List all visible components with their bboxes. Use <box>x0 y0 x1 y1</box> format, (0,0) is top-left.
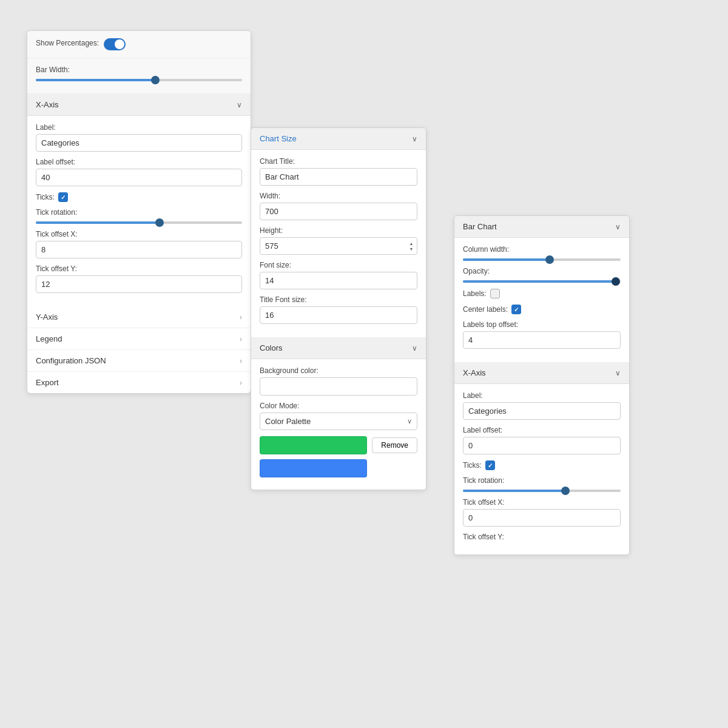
x-axis-chevron: ∨ <box>237 101 242 109</box>
show-percentages-toggle[interactable] <box>104 38 126 50</box>
export-chevron-right: › <box>240 379 242 387</box>
center-labels-group: Center labels: <box>463 305 621 314</box>
right-x-axis-label-offset-input[interactable] <box>463 437 621 454</box>
y-axis-nav-item[interactable]: Y-Axis › <box>27 306 251 328</box>
colors-content: Background color: Color Mode: Color Pale… <box>251 359 426 490</box>
labels-field-label: Labels: <box>463 289 621 298</box>
chart-size-section-header[interactable]: Chart Size ∨ <box>251 128 426 150</box>
chart-height-group: Height: ▲ ▼ <box>260 226 417 255</box>
right-x-axis-tick-offset-x-group: Tick offset X: <box>463 498 621 527</box>
color-mode-select[interactable]: Color Palette ∨ <box>260 413 417 430</box>
chart-title-field-label: Chart Title: <box>260 157 417 166</box>
right-x-axis-tick-rotation-label: Tick rotation: <box>463 476 621 485</box>
right-x-axis-chevron: ∨ <box>615 369 621 377</box>
export-nav-label: Export <box>36 378 59 387</box>
column-width-group: Column width: <box>463 245 621 261</box>
bar-chart-title: Bar Chart <box>463 222 497 231</box>
colors-title: Colors <box>260 343 283 352</box>
right-x-axis-title: X-Axis <box>463 368 486 377</box>
x-axis-label-offset-input[interactable] <box>36 169 242 186</box>
spin-up[interactable]: ▲ <box>408 241 415 246</box>
x-axis-tick-offset-x-label: Tick offset X: <box>36 230 242 238</box>
chart-title-group: Chart Title: <box>260 157 417 186</box>
chart-height-label: Height: <box>260 226 417 235</box>
x-axis-tick-rotation-label: Tick rotation: <box>36 208 242 217</box>
center-labels-checkbox[interactable] <box>511 305 521 314</box>
x-axis-ticks-group: Ticks: <box>36 192 242 202</box>
legend-nav-item[interactable]: Legend › <box>27 328 251 350</box>
chart-height-input-wrapper: ▲ ▼ <box>260 237 417 255</box>
column-width-slider[interactable] <box>463 258 621 261</box>
right-x-axis-section-header[interactable]: X-Axis ∨ <box>454 362 629 384</box>
labels-top-offset-label: Labels top offset: <box>463 320 621 329</box>
x-axis-tick-offset-y-input[interactable] <box>36 275 242 293</box>
x-axis-ticks-checkbox[interactable] <box>58 192 68 202</box>
color-mode-group: Color Mode: Color Palette ∨ <box>260 402 417 430</box>
labels-checkbox[interactable] <box>490 289 500 298</box>
labels-group: Labels: <box>463 289 621 298</box>
opacity-group: Opacity: <box>463 267 621 283</box>
right-x-axis-tick-offset-y-group: Tick offset Y: <box>463 533 621 541</box>
colors-section-header[interactable]: Colors ∨ <box>251 337 426 359</box>
x-axis-label-offset-group: Label offset: <box>36 158 242 186</box>
chart-width-input[interactable] <box>260 203 417 220</box>
bar-chart-section-header[interactable]: Bar Chart ∨ <box>454 216 629 238</box>
chart-size-chevron: ∨ <box>412 135 417 143</box>
right-x-axis-tick-rotation-slider[interactable] <box>463 490 621 492</box>
chart-font-size-group: Font size: <box>260 261 417 289</box>
bg-color-input[interactable] <box>260 377 417 396</box>
chart-width-label: Width: <box>260 192 417 200</box>
x-axis-section-header[interactable]: X-Axis ∨ <box>27 94 251 116</box>
chart-title-font-size-input[interactable] <box>260 306 417 324</box>
labels-top-offset-input[interactable] <box>463 331 621 349</box>
legend-nav-label: Legend <box>36 334 62 343</box>
column-width-label: Column width: <box>463 245 621 254</box>
right-x-axis-label-input[interactable] <box>463 402 621 420</box>
right-x-axis-content: Label: Label offset: Ticks: Tick rotatio… <box>454 384 629 554</box>
x-axis-label-input[interactable] <box>36 134 242 152</box>
x-axis-tick-rotation-slider[interactable] <box>36 221 242 224</box>
x-axis-ticks-label: Ticks: <box>36 192 242 202</box>
labels-top-offset-group: Labels top offset: <box>463 320 621 349</box>
remove-color-1-button[interactable]: Remove <box>372 437 417 453</box>
x-axis-tick-offset-y-group: Tick offset Y: <box>36 265 242 293</box>
opacity-slider[interactable] <box>463 280 621 283</box>
chart-height-spin[interactable]: ▲ ▼ <box>408 241 415 251</box>
chart-width-group: Width: <box>260 192 417 220</box>
right-x-axis-ticks-checkbox[interactable] <box>485 460 495 470</box>
panel-left: Show Percentages: Bar Width: X-Axis ∨ La… <box>27 30 251 394</box>
x-axis-tick-offset-x-input[interactable] <box>36 241 242 258</box>
color-mode-label: Color Mode: <box>260 402 417 410</box>
chart-font-size-input[interactable] <box>260 272 417 289</box>
bar-chart-chevron: ∨ <box>615 223 621 231</box>
right-x-axis-tick-offset-x-input[interactable] <box>463 509 621 527</box>
x-axis-title: X-Axis <box>36 100 59 109</box>
bar-width-label: Bar Width: <box>36 66 242 74</box>
color-item-1: Remove <box>260 436 417 454</box>
right-x-axis-label-group: Label: <box>463 391 621 420</box>
y-axis-nav-label: Y-Axis <box>36 312 58 322</box>
colors-chevron: ∨ <box>412 344 417 352</box>
bar-chart-content: Column width: Opacity: Labels: Center la… <box>454 238 629 362</box>
right-x-axis-label-field-label: Label: <box>463 391 621 400</box>
chart-height-input[interactable] <box>260 237 417 255</box>
spin-down[interactable]: ▼ <box>408 246 415 251</box>
chart-title-font-size-group: Title Font size: <box>260 295 417 324</box>
bar-width-slider[interactable] <box>36 79 242 81</box>
color-mode-chevron: ∨ <box>407 417 412 425</box>
chart-title-input[interactable] <box>260 168 417 186</box>
color-bar-2[interactable] <box>260 459 367 477</box>
legend-chevron-right: › <box>240 335 242 343</box>
config-json-nav-item[interactable]: Configuration JSON › <box>27 350 251 372</box>
bg-color-group: Background color: <box>260 366 417 396</box>
center-labels-field-label: Center labels: <box>463 305 621 314</box>
x-axis-content: Label: Label offset: Ticks: Tick rotatio… <box>27 116 251 306</box>
color-bar-1[interactable] <box>260 436 367 454</box>
export-nav-item[interactable]: Export › <box>27 372 251 393</box>
color-mode-value: Color Palette <box>265 417 407 426</box>
x-axis-tick-offset-y-label: Tick offset Y: <box>36 265 242 273</box>
opacity-label: Opacity: <box>463 267 621 275</box>
right-x-axis-ticks-group: Ticks: <box>463 460 621 470</box>
x-axis-label-field-label: Label: <box>36 123 242 132</box>
chart-size-content: Chart Title: Width: Height: ▲ ▼ Font siz… <box>251 150 426 337</box>
